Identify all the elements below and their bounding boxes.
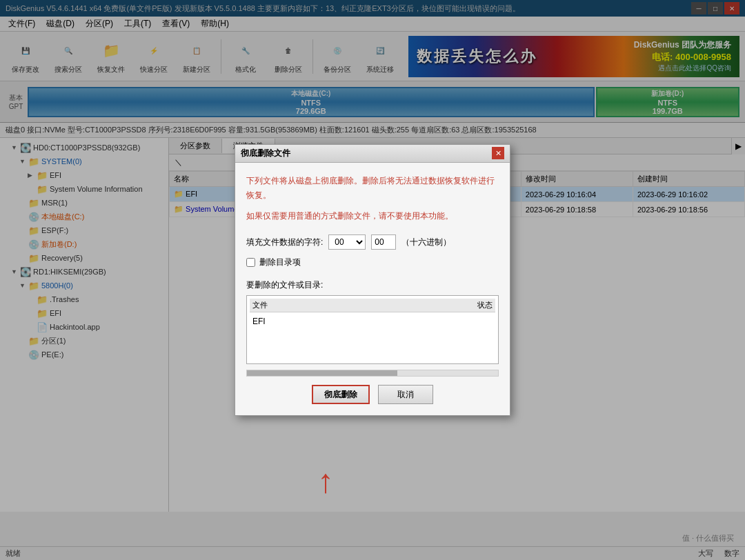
fill-char-row: 填充文件数据的字符: 00 FF 随机 （十六进制） [246, 234, 499, 250]
modal-warning2: 如果仅需要用普通的方式删除文件，请不要使用本功能。 [246, 209, 499, 224]
file-col-header: 文件 [252, 300, 268, 310]
scrollbar-thumb [247, 370, 397, 376]
file-list: 文件 状态 EFI [246, 295, 499, 364]
delete-file-dialog: 彻底删除文件 ✕ 下列文件将从磁盘上彻底删除。删除后将无法通过数据恢复软件进行恢… [235, 144, 510, 417]
modal-title: 彻底删除文件 [241, 148, 290, 159]
modal-buttons: 彻底删除 取消 [246, 385, 499, 404]
file-list-header: 文件 状态 [250, 299, 495, 312]
modal-body: 下列文件将从磁盘上彻底删除。删除后将无法通过数据恢复软件进行恢复。 如果仅需要用… [235, 163, 510, 416]
fill-value-select[interactable]: 00 FF 随机 [328, 234, 366, 250]
modal-scrollbar[interactable] [246, 370, 499, 377]
modal-close-button[interactable]: ✕ [492, 147, 504, 159]
fill-char-label: 填充文件数据的字符: [246, 237, 323, 248]
cancel-delete-button[interactable]: 取消 [378, 385, 433, 404]
delete-dir-entry-label: 删除目录项 [259, 257, 301, 268]
delete-dir-entry-row: 删除目录项 [246, 257, 499, 268]
modal-titlebar: 彻底删除文件 ✕ [235, 145, 510, 163]
modal-overlay: 彻底删除文件 ✕ 下列文件将从磁盘上彻底删除。删除后将无法通过数据恢复软件进行恢… [0, 0, 745, 560]
files-section-label: 要删除的文件或目录: [246, 279, 499, 291]
fill-value-input[interactable] [371, 234, 396, 250]
modal-warning1: 下列文件将从磁盘上彻底删除。删除后将无法通过数据恢复软件进行恢复。 [246, 174, 499, 203]
delete-dir-entry-checkbox[interactable] [246, 258, 255, 267]
confirm-delete-button[interactable]: 彻底删除 [312, 385, 370, 404]
arrow-indicator: ↑ [317, 465, 334, 498]
fill-hint: （十六进制） [401, 237, 451, 248]
status-col-header: 状态 [477, 300, 493, 310]
file-list-entry: EFI [250, 315, 495, 328]
